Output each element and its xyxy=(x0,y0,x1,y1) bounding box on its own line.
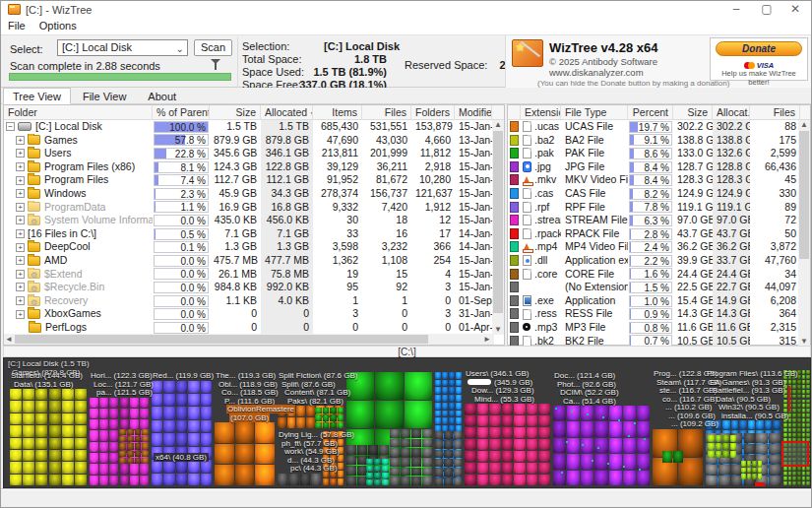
column-header-allocat-[interactable]: Allocat...▼ xyxy=(713,105,750,120)
table-row[interactable]: PerfLogs0.0 %0000001-Apr- xyxy=(4,321,494,335)
column-header-folders[interactable]: Folders xyxy=(411,105,455,120)
scrollbar-thumb[interactable] xyxy=(493,131,503,313)
treemap-region-dying-light[interactable]: Dying Lig... (57.8 GB)ph_ft\ (57.7 GB)wo… xyxy=(278,431,322,486)
expand-icon[interactable]: + xyxy=(16,229,25,238)
column-header-items[interactable]: Items xyxy=(313,105,362,120)
table-row[interactable]: .mkvMKV Video File8.4 %128.3 GB128.3 GB4… xyxy=(508,173,800,187)
scan-button[interactable]: Scan xyxy=(194,39,232,56)
column-header-folder[interactable]: Folder xyxy=(4,105,153,120)
scroll-up-icon[interactable]: ▲ xyxy=(492,120,504,130)
column-header-size[interactable]: Size xyxy=(673,105,713,120)
treemap-region-steam[interactable]: Prog... (122.8 GB)Steam\ (117.7 GB)ste..… xyxy=(653,370,704,486)
scrollbar-thumb[interactable] xyxy=(15,335,428,344)
table-row[interactable]: +Program Files7.4 %112.7 GB112.1 GB91,95… xyxy=(4,173,494,187)
expand-icon[interactable]: + xyxy=(16,216,25,224)
table-row[interactable]: +⚙$Extend0.0 %26.1 MB75.8 MB1915415-Jan- xyxy=(4,268,494,282)
treemap-canvas[interactable]: [C:] Local Disk (1.5 TB) Games\ (879.8 G… xyxy=(3,357,811,488)
treemap-region-starfield[interactable]: Starfield\ (144.4 GB)Data\ (135.1 GB) xyxy=(10,372,88,486)
table-row[interactable]: +Windows2.3 %45.9 GB34.3 GB278,374156,73… xyxy=(4,187,494,201)
folder-horizontal-scrollbar[interactable]: ◄ ► xyxy=(4,334,494,345)
table-row[interactable]: .casCAS File8.2 %124.9 GB124.9 GB330 xyxy=(508,187,800,201)
table-row[interactable]: .dllApplication exte2.2 %39.9 GB33.7 GB4… xyxy=(508,254,800,268)
table-row[interactable]: +ProgramData1.1 %16.9 GB16.8 GB9,3327,42… xyxy=(4,201,494,215)
table-row[interactable]: .pakPAK File8.6 %133.0 GB132.6 GB2,599 xyxy=(508,147,800,160)
expand-icon[interactable]: + xyxy=(16,136,25,145)
table-row[interactable]: .rpfRPF File7.8 %119.1 GB119.1 GB89 xyxy=(508,201,800,215)
scroll-right-icon[interactable]: ► xyxy=(482,334,492,345)
collapse-icon[interactable]: − xyxy=(6,122,15,131)
treemap-region-split-fiction[interactable]: Split Fiction\ (87.6 GB)Split\ (87.6 GB)… xyxy=(278,372,344,429)
filter-funnel-icon[interactable] xyxy=(211,59,220,64)
column-header-modified[interactable]: Modified xyxy=(455,105,492,120)
column-header-size[interactable]: Size xyxy=(210,105,261,120)
column-header-files[interactable]: Files xyxy=(362,105,411,120)
expand-icon[interactable]: + xyxy=(16,149,25,158)
table-row[interactable]: .ba2BA2 File9.1 %138.8 GB138.8 GB175 xyxy=(508,134,800,148)
treemap-region-documents[interactable]: Doc... (121.4 GB)Phot... (92.6 GB)DCIM\ … xyxy=(553,372,651,486)
treemap-region-blue-block[interactable] xyxy=(435,372,463,486)
expand-icon[interactable]: + xyxy=(16,270,25,279)
column-header-file-type[interactable]: File Type xyxy=(561,105,628,120)
column-header-files[interactable]: Files xyxy=(750,105,800,120)
expand-icon[interactable]: + xyxy=(16,203,25,212)
table-row[interactable]: .rpackRPACK File2.8 %43.7 GB43.7 GB50 xyxy=(508,227,800,241)
table-row[interactable]: +XboxGames0.0 %0030331-Jan- xyxy=(4,307,494,321)
scroll-up-icon[interactable]: ▲ xyxy=(798,120,810,130)
table-row[interactable]: +⚙Recovery0.0 %1.1 KB4.0 KB11001-Sep- xyxy=(4,294,494,308)
table-row[interactable]: .mp3MP3 File0.8 %11.6 GB11.6 GB2,315 xyxy=(508,321,800,335)
extension-vertical-scrollbar[interactable]: ▲ ▼ xyxy=(798,120,810,347)
table-row[interactable]: +Games57.8 %879.9 GB879.8 GB47,69043,030… xyxy=(4,134,494,148)
column-header-allocated[interactable]: Allocated▼ xyxy=(261,105,313,120)
table-row[interactable]: +⚙System Volume Information0.0 %435.0 KB… xyxy=(4,214,494,227)
table-row[interactable]: +AMD0.0 %475.7 MB477.7 MB1,3621,10825415… xyxy=(4,254,494,268)
tab-file-view[interactable]: File View xyxy=(73,88,136,104)
table-row[interactable]: .exeApplication1.0 %15.4 GB14.9 GB6,208 xyxy=(508,294,800,308)
column-header-percent[interactable]: Percent xyxy=(628,105,673,120)
treemap-region-program-files[interactable]: Program Files\ (113.6 GB)EA Games\ (91.3… xyxy=(706,370,781,486)
close-button[interactable]: ✕ xyxy=(781,1,809,19)
table-row[interactable]: +Program Files (x86)8.1 %124.3 GB122.8 G… xyxy=(4,160,494,174)
table-row[interactable]: .jpgJPG File8.4 %128.7 GB128.8 GB66,436 xyxy=(508,160,800,174)
table-row[interactable]: +Users22.8 %345.6 GB346.1 GB213,811201,9… xyxy=(4,147,494,160)
menu-item-options[interactable]: Options xyxy=(32,19,84,32)
expand-icon[interactable]: + xyxy=(16,256,25,265)
expand-icon[interactable]: + xyxy=(16,176,25,185)
column-header-color[interactable] xyxy=(508,105,521,120)
table-row[interactable]: .strearSTREAM File6.3 %97.0 GB97.0 GB72 xyxy=(508,214,800,227)
folder-vertical-scrollbar[interactable]: ▲ ▼ xyxy=(492,120,504,335)
expand-icon[interactable]: + xyxy=(16,296,25,305)
table-row[interactable]: .ucasUCAS File19.7 %302.2 GB302.2 GB88 xyxy=(508,120,800,134)
treemap-selection-box[interactable] xyxy=(781,441,809,467)
donate-button[interactable]: Donate xyxy=(716,41,802,56)
treemap-region-users[interactable]: Users\ (346.1 GB)(345.9 GB)Dow... (129.3… xyxy=(465,370,551,486)
website-link[interactable]: www.diskanalyzer.com xyxy=(549,67,644,78)
table-row[interactable]: −[C:] Local Disk100.0 %1.5 TB1.5 TB685,4… xyxy=(4,120,494,134)
table-row[interactable]: .mp4MP4 Video File (2.4 %36.2 GB36.2 GB3… xyxy=(508,240,800,254)
expand-icon[interactable]: + xyxy=(16,162,25,171)
expand-icon[interactable]: + xyxy=(16,310,25,319)
table-row[interactable]: +⚙$Recycle.Bin0.0 %984.8 KB992.0 KB95923… xyxy=(4,281,494,294)
table-row[interactable]: +DeepCool0.1 %1.3 GB1.3 GB3,5983,2323661… xyxy=(4,240,494,254)
treemap-region-oblivion[interactable]: The... (119.3 GB)Obl... (118.9 GB)Co... … xyxy=(215,372,276,486)
treemap-region-green-large[interactable] xyxy=(346,372,433,486)
table-row[interactable]: (No Extension)1.5 %22.5 GB22.7 GB44,097 xyxy=(508,281,800,294)
table-row[interactable]: +[16 Files in C:\]0.5 %7.1 GB7.1 GB33161… xyxy=(4,227,494,241)
expand-icon[interactable]: + xyxy=(16,283,25,291)
maximize-button[interactable]: ▢ xyxy=(753,1,781,19)
treemap-tile xyxy=(747,468,752,474)
tab-about[interactable]: About xyxy=(138,88,186,104)
column-header-extension[interactable]: Extension xyxy=(521,105,561,120)
expand-icon[interactable]: + xyxy=(16,189,25,198)
treemap-region-horizon[interactable]: Hori... (122.3 GB)Loc... (121.7 GB)pa...… xyxy=(90,372,150,486)
scrollbar-thumb[interactable] xyxy=(799,131,809,259)
tab-tree-view[interactable]: Tree View xyxy=(3,88,71,104)
menu-item-file[interactable]: File xyxy=(1,19,32,32)
column-header--of-parent[interactable]: % of Parent xyxy=(153,105,210,120)
treemap-region-red-mods[interactable]: Red... (119.9 GB) xyxy=(152,372,213,486)
minimize-button[interactable]: – xyxy=(722,1,750,19)
expand-icon[interactable]: + xyxy=(16,243,25,252)
table-row[interactable]: .ressRESS File0.9 %14.3 GB14.3 GB364 xyxy=(508,307,800,321)
scroll-left-icon[interactable]: ◄ xyxy=(4,334,14,345)
table-row[interactable]: .coreCORE File1.6 %24.4 GB24.4 GB34 xyxy=(508,268,800,282)
drive-dropdown[interactable]: [C:] Local Disk ⌄ xyxy=(57,39,188,56)
